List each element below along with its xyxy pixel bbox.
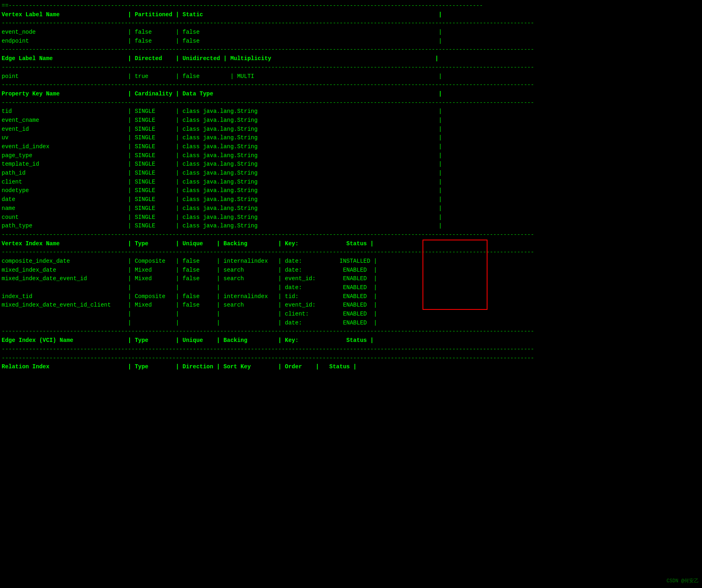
terminal-line-31: mixed_index_date_event_id | Mixed | fals… bbox=[0, 275, 702, 283]
terminal-line-25: path_type | SINGLE | class java.lang.Str… bbox=[0, 222, 702, 231]
terminal-line-34: mixed_index_date_event_id_client | Mixed… bbox=[0, 301, 702, 310]
terminal-line-32: | | | | date: ENABLED | bbox=[0, 283, 702, 292]
terminal-line-2: ----------------------------------------… bbox=[0, 19, 702, 28]
terminal-line-36: | | | | date: ENABLED | bbox=[0, 319, 702, 328]
terminal-line-40: ----------------------------------------… bbox=[0, 354, 702, 363]
terminal-line-14: event_id | SINGLE | class java.lang.Stri… bbox=[0, 125, 702, 134]
terminal-line-21: nodetype | SINGLE | class java.lang.Stri… bbox=[0, 186, 702, 195]
terminal-line-12: tid | SINGLE | class java.lang.String | bbox=[0, 107, 702, 116]
terminal-window: ==--------------------------------------… bbox=[0, 0, 702, 588]
watermark-label: CSDN @何安乙 bbox=[667, 577, 699, 585]
terminal-line-5: ----------------------------------------… bbox=[0, 45, 702, 54]
terminal-line-13: event_cname | SINGLE | class java.lang.S… bbox=[0, 116, 702, 125]
terminal-line-10: Property Key Name | Cardinality | Data T… bbox=[0, 90, 702, 99]
terminal-line-4: endpoint | false | false | bbox=[0, 37, 702, 46]
terminal-line-41: Relation Index | Type | Direction | Sort… bbox=[0, 363, 702, 372]
terminal-line-38: Edge Index (VCI) Name | Type | Unique | … bbox=[0, 336, 702, 345]
terminal-line-3: event_node | false | false | bbox=[0, 28, 702, 37]
terminal-line-28: ----------------------------------------… bbox=[0, 248, 702, 257]
terminal-line-23: name | SINGLE | class java.lang.String | bbox=[0, 204, 702, 213]
terminal-line-20: client | SINGLE | class java.lang.String… bbox=[0, 178, 702, 187]
terminal-line-19: path_id | SINGLE | class java.lang.Strin… bbox=[0, 169, 702, 178]
terminal-line-16: event_id_index | SINGLE | class java.lan… bbox=[0, 143, 702, 151]
terminal-line-17: page_type | SINGLE | class java.lang.Str… bbox=[0, 151, 702, 160]
terminal-line-6: Edge Label Name | Directed | Unidirected… bbox=[0, 54, 702, 63]
terminal-line-29: composite_index_date | Composite | false… bbox=[0, 257, 702, 266]
terminal-line-30: mixed_index_date | Mixed | false | searc… bbox=[0, 266, 702, 275]
terminal-line-9: ----------------------------------------… bbox=[0, 81, 702, 90]
terminal-line-22: date | SINGLE | class java.lang.String | bbox=[0, 195, 702, 204]
terminal-line-15: uv | SINGLE | class java.lang.String | bbox=[0, 134, 702, 143]
terminal-line-27: Vertex Index Name | Type | Unique | Back… bbox=[0, 240, 702, 249]
terminal-line-26: ----------------------------------------… bbox=[0, 231, 702, 240]
terminal-line-7: ----------------------------------------… bbox=[0, 63, 702, 72]
terminal-line-1: Vertex Label Name | Partitioned | Static… bbox=[0, 11, 702, 19]
terminal-line-39: ----------------------------------------… bbox=[0, 345, 702, 354]
terminal-line-11: ----------------------------------------… bbox=[0, 99, 702, 108]
terminal-line-8: point | true | false | MULTI | bbox=[0, 72, 702, 81]
terminal-line-18: template_id | SINGLE | class java.lang.S… bbox=[0, 160, 702, 169]
terminal-line-0: ==--------------------------------------… bbox=[0, 2, 702, 11]
terminal-line-37: ----------------------------------------… bbox=[0, 327, 702, 336]
terminal-line-24: count | SINGLE | class java.lang.String … bbox=[0, 213, 702, 222]
terminal-line-35: | | | | client: ENABLED | bbox=[0, 310, 702, 319]
terminal-line-33: index_tid | Composite | false | internal… bbox=[0, 292, 702, 301]
